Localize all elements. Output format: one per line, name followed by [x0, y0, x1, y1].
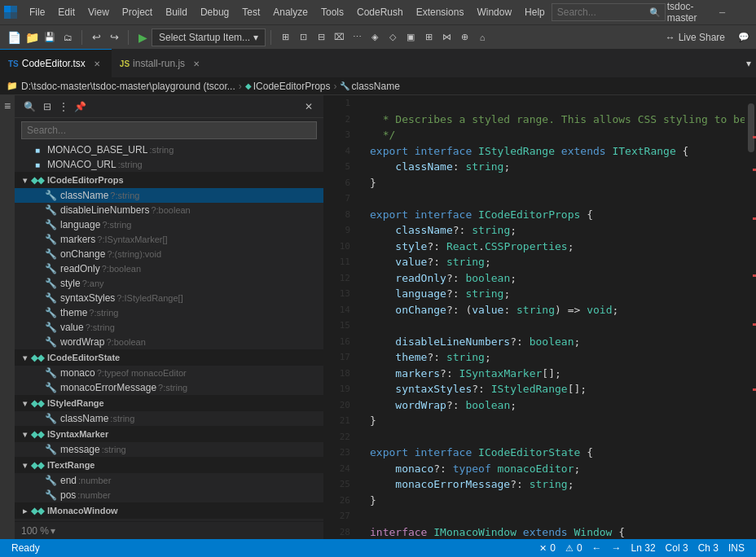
status-right: ✕ 0 ⚠ 0 ← → Ln 32 Col 3 Ch 3 INS — [534, 542, 749, 554]
status-ins[interactable]: INS — [723, 542, 749, 554]
save-button[interactable]: 💾 — [41, 29, 59, 46]
tree-item-istyledrange-classname[interactable]: 🔧 className :string — [15, 411, 323, 426]
maximize-button[interactable]: □ — [741, 0, 756, 24]
tree-type: ?:any — [82, 278, 104, 288]
tree-section-itextrange[interactable]: ▾ ◆◆ ITextRange — [15, 457, 323, 473]
tree-item-monaco-url[interactable]: ■ MONACO_URL :string — [15, 157, 323, 172]
menu-edit[interactable]: Edit — [51, 3, 81, 21]
breadcrumb-classname[interactable]: className — [351, 81, 399, 92]
save-all-button[interactable]: 🗂 — [59, 29, 77, 46]
tree-type: ?:string — [86, 322, 115, 332]
tab-installrun[interactable]: JS install-run.js ✕ — [112, 49, 211, 77]
tree-item-monaco[interactable]: 🔧 monaco ?:typeof monacoEditor — [15, 366, 323, 380]
tb-btn-2[interactable]: ⊡ — [294, 29, 312, 46]
tree-item-message[interactable]: 🔧 message :string — [15, 442, 323, 457]
tree-item-wordwrap[interactable]: 🔧 wordWrap ?:boolean — [15, 335, 323, 349]
tree-section-icodeeditorprops[interactable]: ▾ ◆◆ ICodeEditorProps — [15, 172, 323, 188]
code-editor[interactable]: 1234567891011121314151617181920212223242… — [324, 95, 756, 539]
tree-item-pos[interactable]: 🔧 pos :number — [15, 488, 323, 502]
status-error[interactable]: ✕ 0 — [534, 542, 560, 554]
tree-item-value[interactable]: 🔧 value ?:string — [15, 320, 323, 335]
feedback-button[interactable]: 💬 — [735, 29, 753, 46]
tb-btn-10[interactable]: ⋈ — [437, 29, 455, 46]
tb-btn-3[interactable]: ⊟ — [312, 29, 330, 46]
menu-build[interactable]: Build — [159, 3, 194, 21]
sidebar-pin-btn[interactable]: 📌 — [72, 99, 88, 115]
tab-scroll-right[interactable]: ▾ — [741, 49, 756, 77]
tb-btn-5[interactable]: ⋯ — [348, 29, 366, 46]
run-button[interactable]: ▶ — [134, 29, 152, 46]
tree-item-markers[interactable]: 🔧 markers ?:ISyntaxMarker[] — [15, 232, 323, 247]
tree-item-onchange[interactable]: 🔧 onChange ?:(string):void — [15, 247, 323, 261]
iface-icon: ◆◆ — [31, 175, 44, 186]
tree-section-istyledrange[interactable]: ▾ ◆◆ IStyledRange — [15, 395, 323, 411]
menu-tools[interactable]: Tools — [314, 3, 350, 21]
tb-btn-11[interactable]: ⊕ — [455, 29, 473, 46]
status-ready[interactable]: Ready — [7, 542, 45, 554]
menu-window[interactable]: Window — [470, 3, 518, 21]
tree-item-monacoerror[interactable]: 🔧 monacoErrorMessage ?:string — [15, 380, 323, 395]
tree-item-disablelinenumbers[interactable]: 🔧 disableLineNumbers ?:boolean — [15, 203, 323, 217]
menu-view[interactable]: View — [81, 3, 116, 21]
section-label: ITextRange — [47, 460, 94, 470]
tb-btn-9[interactable]: ⊞ — [420, 29, 437, 46]
menu-help[interactable]: Help — [518, 3, 552, 21]
breadcrumb-path[interactable]: D:\tsdoc-master\tsdoc-master\playground … — [21, 81, 235, 92]
open-folder-button[interactable]: 📁 — [23, 29, 41, 46]
tb-btn-12[interactable]: ⌂ — [473, 29, 491, 46]
breadcrumb-sep-1: › — [239, 81, 242, 92]
tree-section-icodeeditorstate[interactable]: ▾ ◆◆ ICodeEditorState — [15, 349, 323, 366]
redo-button[interactable]: ↪ — [105, 29, 123, 46]
tree-item-end[interactable]: 🔧 end :number — [15, 473, 323, 488]
tree-section-imonacowindow[interactable]: ▸ ◆◆ IMonacoWindow — [15, 502, 323, 519]
tb-btn-4[interactable]: ⌧ — [330, 29, 348, 46]
menu-analyze[interactable]: Analyze — [266, 3, 314, 21]
sidebar-more-btn[interactable]: ✕ — [301, 99, 317, 115]
menu-extensions[interactable]: Extensions — [410, 3, 471, 21]
tree-item-theme[interactable]: 🔧 theme ?:string — [15, 305, 323, 320]
tree-item-monaco-base-url[interactable]: ■ MONACO_BASE_URL :string — [15, 143, 323, 157]
tree-item-style[interactable]: 🔧 style ?:any — [15, 276, 323, 291]
minimize-button[interactable]: ─ — [703, 0, 741, 24]
tree-label: MONACO_URL — [47, 159, 116, 170]
status-ch[interactable]: Ch 3 — [693, 542, 723, 554]
sidebar-search-input[interactable] — [21, 121, 317, 139]
menu-codepush[interactable]: CodeRush — [350, 3, 410, 21]
zoom-dropdown-icon[interactable]: ▾ — [51, 525, 55, 537]
menu-test[interactable]: Test — [235, 3, 266, 21]
menu-file[interactable]: File — [23, 3, 51, 21]
breadcrumb-icodeeditorprops[interactable]: ICodeEditorProps — [253, 81, 331, 92]
new-file-button[interactable]: 📄 — [5, 29, 23, 46]
ins-label: INS — [728, 542, 745, 554]
tab-codeeditor-close[interactable]: ✕ — [90, 57, 103, 70]
tree-item-classname[interactable]: 🔧 className ?:string — [15, 188, 323, 203]
activity-explorer[interactable]: ≡ — [0, 99, 15, 113]
status-col[interactable]: Col 3 — [661, 542, 693, 554]
tree-item-readonly[interactable]: 🔧 readOnly ?:boolean — [15, 261, 323, 276]
tb-btn-6[interactable]: ◈ — [366, 29, 384, 46]
vertical-scrollbar[interactable] — [745, 95, 756, 539]
undo-button[interactable]: ↩ — [87, 29, 105, 46]
tb-btn-1[interactable]: ⊞ — [276, 29, 294, 46]
tree-type: ?:typeof monacoEditor — [97, 368, 187, 378]
status-line-col[interactable]: Ln 32 — [626, 542, 661, 554]
tree-item-language[interactable]: 🔧 language ?:string — [15, 217, 323, 232]
menu-debug[interactable]: Debug — [194, 3, 235, 21]
tb-btn-7[interactable]: ◇ — [384, 29, 402, 46]
tree-section-isyntaxmarker[interactable]: ▾ ◆◆ ISyntaxMarker — [15, 426, 323, 442]
sidebar-sort-btn[interactable]: ⋮ — [55, 99, 72, 115]
status-warning[interactable]: ⚠ 0 — [560, 542, 587, 554]
startup-selector[interactable]: Select Startup Item... ▾ — [152, 29, 266, 46]
tree-item-syntaxstyles[interactable]: 🔧 syntaxStyles ?:IStyledRange[] — [15, 291, 323, 305]
tb-btn-8[interactable]: ▣ — [402, 29, 420, 46]
status-nav-back[interactable]: ← — [587, 542, 607, 554]
code-content[interactable]: * Describes a styled range. This allows … — [363, 95, 745, 539]
tab-installrun-close[interactable]: ✕ — [190, 57, 203, 70]
liveshare-button[interactable]: ↔ Live Share — [659, 30, 732, 45]
sidebar-search-btn[interactable]: 🔍 — [21, 99, 37, 115]
tab-codeeditor[interactable]: TS CodeEditor.tsx ✕ — [0, 49, 112, 77]
status-nav-forward[interactable]: → — [607, 542, 626, 554]
menu-project[interactable]: Project — [116, 3, 159, 21]
sidebar-collapse-btn[interactable]: ⊟ — [39, 99, 55, 115]
search-input[interactable] — [552, 3, 666, 21]
